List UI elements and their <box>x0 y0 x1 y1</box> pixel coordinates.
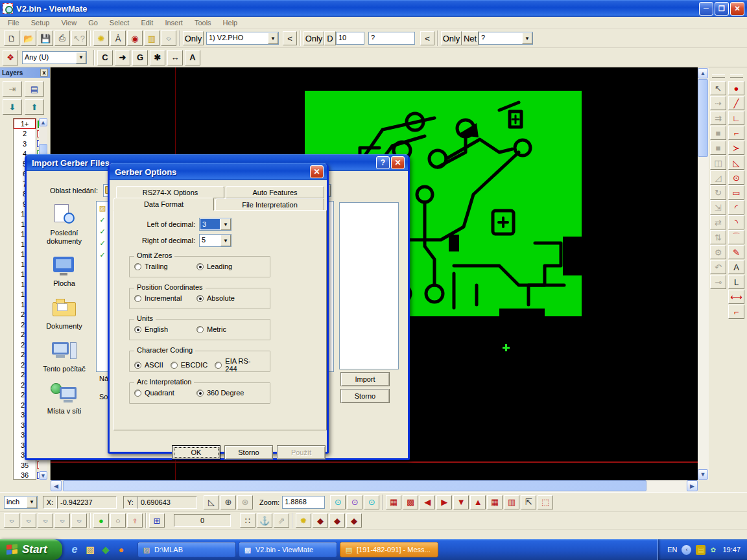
selection-filter-combo[interactable]: Any (U) ▼ <box>22 51 87 64</box>
pan-left-icon[interactable]: ◀ <box>420 495 435 509</box>
view-lines-icon[interactable]: ⌔ <box>21 513 36 528</box>
zoom-value-input[interactable]: 1.8868 <box>282 496 325 509</box>
filled-square-2-icon[interactable]: ■ <box>710 141 726 155</box>
label-insert-icon[interactable]: L <box>728 275 744 289</box>
scroll-thumb[interactable] <box>63 480 646 491</box>
filled-square-icon[interactable]: ■ <box>710 126 726 140</box>
radio-dot[interactable] <box>196 295 204 302</box>
scale-icon[interactable]: ⇲ <box>710 200 726 215</box>
only-layer-button[interactable]: Only <box>183 31 204 45</box>
move-dcode-icon[interactable]: ⇢ <box>710 96 726 110</box>
text-tool-button[interactable]: A <box>185 50 200 65</box>
place-item-network-places[interactable]: Místa v síti <box>33 382 95 415</box>
dcode-ball-icon[interactable]: ◉ <box>127 30 143 46</box>
copy-dcode-icon[interactable]: ⇉ <box>710 111 726 125</box>
anchor-icon[interactable]: ⚓ <box>257 513 272 528</box>
move-layer-down-icon[interactable]: ⬇ <box>3 99 22 115</box>
chevron-down-icon[interactable]: ▼ <box>220 235 231 246</box>
place-item-desktop[interactable]: Plocha <box>33 254 95 288</box>
menu-item-view[interactable]: View <box>56 18 82 28</box>
import-button[interactable]: Import <box>340 372 390 386</box>
draw-line-icon[interactable]: ╱ <box>728 96 744 110</box>
radio-incremental[interactable]: Incremental <box>134 294 196 302</box>
scroll-up-icon[interactable]: ▲ <box>698 68 708 78</box>
draw-curve-icon[interactable]: ◝ <box>728 215 744 229</box>
center-target-icon[interactable]: ⊕ <box>220 495 236 509</box>
step-grid-icon[interactable]: ▦ <box>487 495 503 509</box>
draw-hook-icon[interactable]: ⌐ <box>728 305 744 319</box>
measure-text-icon[interactable]: Ȧ <box>110 30 126 46</box>
text-insert-icon[interactable]: A <box>728 260 744 274</box>
task-button[interactable]: ▨D:\MLAB <box>137 542 236 557</box>
pad-select-flash-icon[interactable]: ✹ <box>296 513 311 528</box>
dimension-icon[interactable]: ⟷ <box>728 290 744 304</box>
flash-highlight-icon[interactable]: ✺ <box>93 30 109 46</box>
ok-button[interactable]: OK <box>172 445 220 460</box>
chevron-down-icon[interactable]: ▼ <box>27 496 37 508</box>
tab-data-format[interactable]: Data Format <box>113 198 214 211</box>
view-traces-icon[interactable]: ⌔ <box>54 513 70 528</box>
close-icon[interactable]: ✕ <box>310 165 324 178</box>
dcode-query-input[interactable]: ? <box>368 32 415 45</box>
radio-eia-rs-244[interactable]: EIA RS-244 <box>215 357 260 373</box>
internet-explorer-icon[interactable]: e <box>69 544 80 555</box>
layer-select-combo[interactable]: 1) V2.PHO ▼ <box>206 32 279 45</box>
chevron-down-icon[interactable]: ▼ <box>220 218 231 230</box>
scroll-down-icon[interactable]: ▼ <box>39 471 47 480</box>
grid-count-field[interactable]: 0 <box>174 514 231 527</box>
menu-item-insert[interactable]: Insert <box>160 18 188 28</box>
step-grid-2-icon[interactable]: ▥ <box>504 495 519 509</box>
radio-dot[interactable] <box>215 362 222 369</box>
radio-dot[interactable] <box>134 263 141 270</box>
radio-dot[interactable] <box>134 295 141 302</box>
close-button[interactable]: ✕ <box>730 2 744 16</box>
radio-quadrant[interactable]: Quadrant <box>134 389 196 397</box>
pad-move-icon[interactable]: ◆ <box>329 513 345 528</box>
angle-measure-icon[interactable]: ◺ <box>204 495 219 509</box>
only-net-button[interactable]: Only <box>441 31 462 45</box>
place-item-documents-folder[interactable]: Dokumenty <box>33 297 95 331</box>
radio-360-degree[interactable]: 360 Degree <box>196 389 259 397</box>
storno-button[interactable]: Storno <box>224 445 273 460</box>
gerber-file-icon[interactable]: ✓ <box>98 227 107 236</box>
undo-icon[interactable]: ↶ <box>710 260 726 274</box>
rotate-icon[interactable]: ↻ <box>710 185 726 200</box>
sketch-arc-icon[interactable]: ⌒ <box>728 230 744 244</box>
dcode-number-input[interactable]: 10 <box>336 32 364 45</box>
draw-angle-icon[interactable]: ≻ <box>728 141 744 155</box>
canvas-vertical-scrollbar[interactable]: ▲ ▼ <box>698 67 709 480</box>
chevron-down-icon[interactable]: ▼ <box>268 32 278 44</box>
radio-trailing[interactable]: Trailing <box>134 262 196 270</box>
draw-outline-icon[interactable]: ⌐ <box>728 126 744 140</box>
flip-icon[interactable]: ◿ <box>710 170 726 185</box>
radio-dot[interactable] <box>134 390 141 397</box>
task-button[interactable]: ▩V2.bin - ViewMate <box>239 542 337 557</box>
scroll-left-icon[interactable]: ◀ <box>51 480 62 491</box>
firefox-icon[interactable]: ● <box>115 544 127 555</box>
scroll-up-icon[interactable]: ▲ <box>39 118 47 126</box>
menu-item-select[interactable]: Select <box>104 18 135 28</box>
transform-icon[interactable]: ⇅ <box>710 230 726 244</box>
gerber-file-icon[interactable]: ✓ <box>98 239 107 248</box>
resize-grid-icon[interactable]: ⇱ <box>521 495 536 509</box>
folder-icon[interactable]: ▨ <box>98 204 107 213</box>
pad-flash-icon[interactable]: ● <box>728 81 744 95</box>
selection-filter-icon[interactable]: ❖ <box>3 50 18 65</box>
net-select-combo[interactable]: ? ▼ <box>479 32 533 45</box>
canvas-horizontal-scrollbar[interactable]: ◀ ▶ <box>51 480 698 492</box>
select-cursor-icon[interactable]: ↖ <box>710 81 726 95</box>
layer-row[interactable]: 36 <box>14 471 36 481</box>
pad-select-icon[interactable]: ◆ <box>313 513 328 528</box>
new-file-icon[interactable]: 🗋 <box>4 30 19 46</box>
layer-row[interactable]: 35 <box>14 460 36 471</box>
radio-ebcdic[interactable]: EBCDIC <box>171 361 208 369</box>
left-of-decimal-combo[interactable]: 3 ▼ <box>199 218 231 231</box>
tray-card-icon[interactable]: ▤ <box>696 545 706 555</box>
draw-rectangle-icon[interactable]: ▭ <box>728 185 744 200</box>
place-item-my-computer[interactable]: Tento počítač <box>33 340 95 373</box>
pan-up-icon[interactable]: ▲ <box>470 495 486 509</box>
flash-tool-button[interactable]: ✱ <box>150 50 165 65</box>
draw-arc-icon[interactable]: ◜ <box>728 200 744 215</box>
apply-button[interactable]: Použít <box>277 445 326 460</box>
radio-ascii[interactable]: ASCII <box>134 361 163 369</box>
